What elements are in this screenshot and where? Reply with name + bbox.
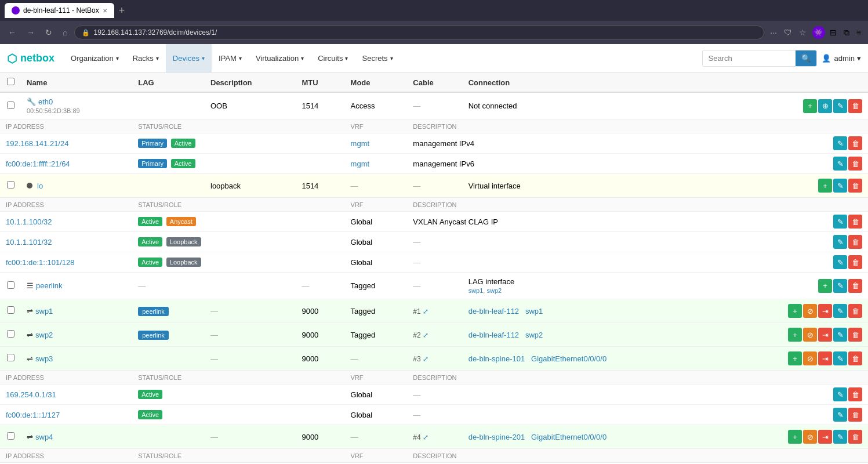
add-button[interactable]: + [788, 430, 802, 444]
edit-button[interactable]: ✎ [833, 430, 847, 444]
search-button[interactable]: 🔍 [796, 50, 816, 66]
edit-button[interactable]: ✎ [833, 279, 847, 293]
add-button[interactable]: + [818, 179, 832, 193]
row-checkbox[interactable] [7, 281, 14, 289]
delete-button[interactable]: 🗑 [848, 179, 862, 193]
nav-virtualization[interactable]: Virtualization ▾ [249, 44, 311, 73]
nav-racks[interactable]: Racks ▾ [126, 44, 166, 73]
connect-button[interactable]: ⇥ [818, 304, 832, 318]
more-options-icon[interactable]: ··· [768, 26, 779, 39]
edit-button[interactable]: ✎ [833, 328, 847, 342]
search-input[interactable] [703, 50, 796, 66]
iface-name-link[interactable]: swp2 [35, 331, 53, 339]
delete-button[interactable]: 🗑 [848, 279, 862, 293]
disconnect-button[interactable]: ⊘ [803, 430, 817, 444]
nav-secrets[interactable]: Secrets ▾ [355, 44, 400, 73]
delete-button[interactable]: 🗑 [848, 430, 862, 444]
row-checkbox[interactable] [7, 330, 14, 338]
forward-button[interactable]: → [23, 26, 38, 39]
disconnect-button[interactable]: ⊘ [803, 328, 817, 342]
row-checkbox[interactable] [7, 354, 14, 361]
sidebar-icon[interactable]: ⊟ [827, 26, 839, 39]
nav-circuits[interactable]: Circuits ▾ [311, 44, 355, 73]
edit-button[interactable]: ✎ [833, 304, 847, 318]
connect-button[interactable]: ⇥ [818, 351, 832, 365]
connection-iface-link[interactable]: GigabitEthernet0/0/0/0 [531, 354, 606, 363]
back-button[interactable]: ← [5, 26, 20, 39]
swp2-link[interactable]: swp2 [486, 287, 502, 294]
iface-name-link[interactable]: eth0 [38, 97, 53, 106]
edit-button[interactable]: ✎ [833, 179, 847, 193]
connect-button[interactable]: ⇥ [818, 328, 832, 342]
nav-organization[interactable]: Organization ▾ [64, 44, 126, 73]
extension-icon[interactable]: 👾 [812, 26, 825, 39]
ip-address-link[interactable]: fc00:1:de:1::101/128 [6, 258, 75, 267]
ip-edit-button[interactable]: ✎ [833, 255, 847, 269]
ip-address-link[interactable]: fc00:de:1::1/127 [6, 411, 60, 419]
share-icon[interactable]: ⤢ [423, 307, 428, 316]
connection-device-link[interactable]: de-bln-leaf-112 [468, 331, 519, 339]
home-button[interactable]: ⌂ [59, 26, 71, 39]
ip-delete-button[interactable]: 🗑 [848, 255, 862, 269]
iface-name-link[interactable]: peerlink [36, 281, 63, 290]
vrf-link[interactable]: mgmt [351, 160, 370, 168]
share-icon[interactable]: ⤢ [423, 355, 428, 363]
swp1-link[interactable]: swp1 [468, 287, 484, 294]
vrf-link[interactable]: mgmt [351, 139, 370, 148]
tabs-icon[interactable]: ⧉ [841, 26, 852, 40]
nav-ipam[interactable]: IPAM ▾ [212, 44, 249, 73]
ip-edit-button[interactable]: ✎ [833, 157, 847, 171]
connect-button[interactable]: ⇥ [818, 430, 832, 444]
ip-edit-button[interactable]: ✎ [833, 387, 847, 401]
edit-button[interactable]: ✎ [833, 351, 847, 365]
connection-iface-link[interactable]: swp1 [525, 307, 543, 316]
connection-iface-link[interactable]: GigabitEthernet0/0/0/0 [531, 433, 606, 441]
browser-tab[interactable]: de-bln-leaf-111 - NetBox ✕ [5, 3, 114, 18]
ip-delete-button[interactable]: 🗑 [848, 387, 862, 401]
tab-close-button[interactable]: ✕ [103, 8, 107, 14]
reload-button[interactable]: ↻ [42, 26, 56, 39]
delete-button[interactable]: 🗑 [848, 351, 862, 365]
add-button[interactable]: + [818, 279, 832, 293]
nav-devices[interactable]: Devices ▾ [166, 44, 212, 73]
disconnect-button[interactable]: ⊘ [803, 351, 817, 365]
row-checkbox[interactable] [7, 102, 14, 109]
delete-button[interactable]: 🗑 [848, 99, 862, 113]
connection-device-link[interactable]: de-bln-spine-101 [468, 354, 525, 363]
ip-edit-button[interactable]: ✎ [833, 235, 847, 249]
ip-edit-button[interactable]: ✎ [833, 408, 847, 422]
address-bar[interactable]: 🔒 192.168.141.137:32769/dcim/devices/1/ [74, 26, 764, 39]
bookmark-icon[interactable]: ☆ [797, 26, 809, 39]
delete-button[interactable]: 🗑 [848, 328, 862, 342]
ip-address-link[interactable]: 169.254.0.1/31 [6, 390, 56, 399]
connection-iface-link[interactable]: swp2 [525, 331, 543, 339]
row-checkbox[interactable] [7, 432, 14, 440]
iface-name-link[interactable]: lo [37, 182, 43, 190]
add-button[interactable]: + [788, 351, 802, 365]
menu-icon[interactable]: ≡ [854, 26, 863, 39]
new-tab-button[interactable]: + [119, 5, 125, 17]
share-icon[interactable]: ⤢ [423, 331, 428, 339]
iface-name-link[interactable]: swp3 [35, 354, 53, 363]
clone-button[interactable]: ⊕ [818, 99, 832, 113]
ip-address-link[interactable]: 192.168.141.21/24 [6, 139, 68, 148]
iface-name-link[interactable]: swp4 [35, 433, 53, 441]
row-checkbox[interactable] [7, 306, 14, 314]
admin-menu[interactable]: 👤 admin ▾ [822, 54, 861, 63]
iface-name-link[interactable]: swp1 [35, 307, 53, 316]
add-button[interactable]: + [788, 328, 802, 342]
ip-address-link[interactable]: 10.1.1.100/32 [6, 217, 52, 226]
ip-address-link[interactable]: 10.1.1.101/32 [6, 238, 52, 246]
row-checkbox[interactable] [7, 181, 14, 188]
delete-button[interactable]: 🗑 [848, 304, 862, 318]
ip-delete-button[interactable]: 🗑 [848, 408, 862, 422]
ip-delete-button[interactable]: 🗑 [848, 235, 862, 249]
add-button[interactable]: + [788, 304, 802, 318]
connection-device-link[interactable]: de-bln-leaf-112 [468, 307, 519, 316]
share-icon[interactable]: ⤢ [423, 433, 428, 441]
edit-button[interactable]: ✎ [833, 99, 847, 113]
ip-delete-button[interactable]: 🗑 [848, 136, 862, 150]
ip-edit-button[interactable]: ✎ [833, 136, 847, 150]
add-button[interactable]: + [803, 99, 817, 113]
logo[interactable]: ⬡ netbox [7, 52, 55, 66]
